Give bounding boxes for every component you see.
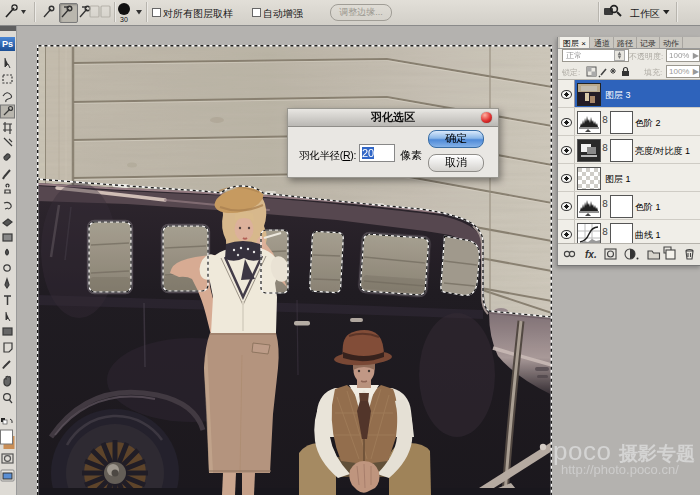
svg-text:fx.: fx. (585, 249, 597, 260)
svg-text:30: 30 (120, 16, 128, 23)
